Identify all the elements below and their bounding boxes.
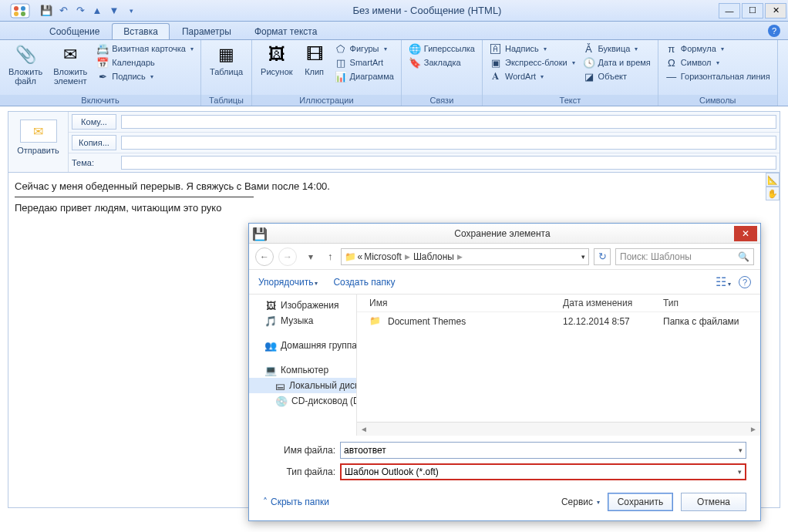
shapes-button[interactable]: ⬠Фигуры (332, 42, 396, 56)
cancel-button[interactable]: Отмена (681, 493, 746, 511)
quickparts-button[interactable]: ▣Экспресс-блоки (487, 56, 578, 69)
save-button[interactable]: Сохранить (608, 493, 673, 511)
card-icon: 📇 (96, 42, 109, 55)
breadcrumb[interactable]: 📁 « Microsoft▶ Шаблоны▶ ▾ (341, 248, 590, 265)
equation-button[interactable]: πФормула (663, 42, 773, 56)
chevron-up-icon: ˄ (263, 497, 268, 507)
envelope-icon: ✉ (59, 44, 81, 66)
view-button[interactable]: ☷ (716, 274, 731, 289)
symbol-button[interactable]: ΩСимвол (663, 56, 773, 69)
smartart-button[interactable]: ◫SmartArt (332, 56, 396, 69)
minimize-button[interactable]: — (719, 3, 740, 19)
maximize-button[interactable]: ☐ (742, 3, 763, 19)
datetime-button[interactable]: 🕓Дата и время (581, 56, 653, 69)
office-button[interactable] (5, 1, 35, 21)
homegroup-icon: 👥 (264, 339, 277, 352)
wordart-button[interactable]: 𝐀WordArt (487, 69, 578, 83)
hyperlink-button[interactable]: 🌐Гиперссылка (406, 42, 477, 56)
new-folder-button[interactable]: Создать папку (333, 277, 395, 288)
body-line1: Сейчас у меня обеденный перерыв. Я свяжу… (15, 180, 773, 192)
signature-button[interactable]: ✒Подпись (94, 69, 196, 83)
file-columns[interactable]: Имя Дата изменения Тип (357, 295, 760, 312)
globe-icon: 🌐 (409, 42, 421, 55)
filename-input[interactable]: автоответ▾ (340, 442, 746, 459)
object-button[interactable]: ◪Объект (581, 69, 653, 83)
textbox-button[interactable]: 🄰Надпись (487, 42, 578, 56)
subject-input[interactable] (121, 156, 776, 170)
pi-icon: π (665, 42, 678, 55)
filetype-select[interactable]: Шаблон Outlook (*.oft)▾ (340, 463, 746, 480)
cc-button[interactable]: Копия... (72, 135, 116, 150)
blocks-icon: ▣ (490, 56, 502, 69)
group-label: Таблицы (201, 95, 251, 106)
bookmark-button[interactable]: 🔖Закладка (406, 56, 477, 69)
calendar-icon: 📅 (96, 56, 109, 69)
hand-icon[interactable]: ✋ (766, 187, 780, 200)
group-label: Включить (0, 95, 200, 106)
back-button[interactable]: ← (255, 247, 274, 266)
h-scrollbar[interactable]: ◄► (357, 422, 760, 436)
signature-icon: ✒ (96, 70, 109, 82)
cc-input[interactable] (121, 136, 776, 150)
calendar-button[interactable]: 📅Календарь (94, 56, 196, 69)
group-label: Иллюстрации (252, 95, 401, 106)
prev-icon[interactable]: ▲ (91, 5, 103, 17)
table-button[interactable]: ▦Таблица (206, 42, 247, 79)
refresh-button[interactable]: ↻ (594, 248, 611, 265)
forward-button[interactable]: → (278, 247, 297, 266)
line-icon: — (665, 70, 678, 82)
service-button[interactable]: Сервис (561, 497, 600, 507)
business-card-button[interactable]: 📇Визитная карточка (94, 42, 196, 56)
organize-button[interactable]: Упорядочить (258, 277, 318, 288)
qat-more-icon[interactable]: ▾ (125, 5, 137, 17)
cd-icon: 💿 (275, 395, 288, 407)
hr-button[interactable]: —Горизонтальная линия (663, 69, 773, 83)
to-input[interactable] (121, 115, 776, 129)
ruler-icon[interactable]: 📐 (766, 173, 780, 187)
save-icon[interactable]: 💾 (40, 5, 52, 17)
to-button[interactable]: Кому... (72, 114, 116, 130)
hide-folders-button[interactable]: ˄Скрыть папки (263, 497, 329, 507)
tab-format[interactable]: Формат текста (244, 24, 328, 39)
up-button[interactable]: ↑ (325, 251, 336, 262)
nav-computer[interactable]: 💻Компьютер (249, 362, 356, 378)
send-button[interactable]: ✉ (20, 120, 57, 143)
wordart-icon: 𝐀 (490, 70, 502, 82)
help-icon[interactable]: ? (768, 25, 780, 37)
nav-pictures[interactable]: 🖼Изображения (249, 298, 356, 313)
file-row[interactable]: 📁Document Themes 12.12.2014 8:57 Папка с… (357, 312, 760, 331)
table-icon: ▦ (216, 44, 237, 66)
svg-point-1 (14, 6, 19, 11)
nav-music[interactable]: 🎵Музыка (249, 313, 356, 328)
nav-cddrive[interactable]: 💿CD-дисковод (D: (249, 393, 356, 409)
next-icon[interactable]: ▼ (108, 5, 120, 17)
close-button[interactable]: ✕ (765, 3, 786, 19)
tab-message[interactable]: Сообщение (39, 24, 110, 39)
chart-button[interactable]: 📊Диаграмма (332, 69, 396, 83)
shapes-icon: ⬠ (335, 42, 347, 55)
attach-file-button[interactable]: 📎Вложить файл (5, 42, 46, 88)
attach-item-button[interactable]: ✉Вложить элемент (49, 42, 91, 88)
ribbon-group-include: 📎Вложить файл ✉Вложить элемент 📇Визитная… (0, 40, 201, 106)
dropcap-button[interactable]: ǍБуквица (581, 42, 653, 56)
folder-icon: 📁 (345, 251, 356, 262)
clipart-button[interactable]: 🎞Клип (300, 42, 329, 79)
nav-homegroup[interactable]: 👥Домашняя группа (249, 338, 356, 353)
tab-insert[interactable]: Вставка (112, 23, 170, 39)
nav-localdisk[interactable]: 🖴Локальный диск (249, 378, 356, 393)
textbox-icon: 🄰 (490, 42, 502, 55)
dialog-close-button[interactable]: ✕ (734, 226, 757, 241)
group-label: Связи (402, 95, 482, 106)
tab-options[interactable]: Параметры (171, 24, 242, 39)
svg-point-4 (21, 12, 25, 16)
undo-icon[interactable]: ↶ (57, 5, 69, 17)
body-separator (15, 197, 254, 197)
search-input[interactable]: Поиск: Шаблоны🔍 (615, 248, 754, 265)
redo-icon[interactable]: ↷ (74, 5, 86, 17)
window-title: Без имени - Сообщение (HTML) (137, 5, 717, 16)
picture-button[interactable]: 🖼Рисунок (257, 42, 297, 79)
dialog-help-icon[interactable]: ? (739, 276, 751, 288)
dialog-icon: 💾 (252, 227, 266, 241)
recent-dropdown[interactable]: ▾ (301, 247, 320, 266)
omega-icon: Ω (665, 56, 678, 69)
